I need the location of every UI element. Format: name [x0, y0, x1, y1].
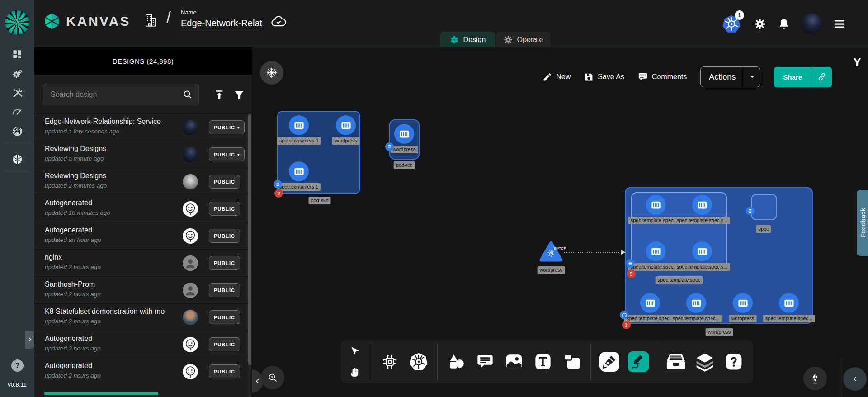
search-input[interactable] [51, 90, 182, 99]
copy-link-icon[interactable] [811, 67, 832, 87]
actions-caret[interactable] [744, 67, 760, 87]
tool-help[interactable] [723, 351, 744, 372]
settings-gear-icon[interactable] [753, 17, 767, 31]
node-container[interactable] [692, 241, 712, 261]
designs-scrollbar[interactable] [248, 113, 251, 397]
design-list-item[interactable]: Santhosh-Promupdated 2 hours agoPUBLIC [34, 276, 252, 303]
node-service-wordpress[interactable] [539, 241, 563, 264]
node-container[interactable] [336, 115, 356, 135]
tool-cursor[interactable] [347, 344, 363, 359]
node-container[interactable] [289, 115, 309, 135]
nav-item-lifecycle[interactable] [0, 65, 34, 83]
tool-pen-tool[interactable] [599, 351, 620, 372]
node-container[interactable] [289, 161, 309, 181]
import-design-icon[interactable] [213, 89, 225, 101]
design-list-item[interactable]: Reviewing Designsupdated 2 minutes agoPU… [34, 168, 252, 195]
help-button[interactable]: ? [11, 359, 24, 372]
layer5-logo[interactable] [5, 10, 29, 35]
share-label[interactable]: Share [774, 67, 811, 87]
tool-layers[interactable] [694, 351, 715, 372]
organization-icon[interactable] [143, 13, 158, 28]
design-name-value[interactable]: Edge-Network-Relatio [181, 18, 263, 32]
actions-label[interactable]: Actions [701, 67, 744, 87]
filter-icon[interactable] [233, 89, 245, 101]
design-list-item[interactable]: Autogeneratedupdated 2 hours agoPUBLIC [34, 358, 252, 385]
pod-badge[interactable] [385, 142, 394, 151]
save-as-button[interactable]: Save As [584, 72, 624, 82]
node-container[interactable] [686, 293, 706, 313]
feedback-tab[interactable]: Feedback [857, 190, 868, 256]
design-list-item[interactable]: Autogeneratedupdated 10 minutes agoPUBLI… [34, 195, 252, 222]
visibility-badge[interactable]: PUBLIC [209, 175, 240, 189]
actions-split-button[interactable]: Actions [700, 66, 760, 87]
tool-kubernetes[interactable] [408, 351, 429, 372]
pen-button[interactable] [803, 367, 827, 390]
service-badge[interactable] [620, 311, 628, 319]
node-container[interactable] [394, 124, 414, 144]
tool-image[interactable] [504, 351, 524, 372]
collapse-right-button[interactable] [843, 367, 867, 391]
visibility-badge[interactable]: PUBLIC [209, 283, 240, 297]
visibility-badge[interactable]: PUBLIC [209, 310, 240, 324]
visibility-badge[interactable]: PUBLIC [209, 337, 240, 351]
pod-badge[interactable] [274, 180, 282, 189]
visibility-badge[interactable]: PUBLIC [209, 364, 240, 378]
pod-badge[interactable] [746, 207, 755, 215]
brand-logo[interactable]: KANVAS [42, 12, 130, 31]
design-list-item[interactable]: K8 Statefulset demonstration with moupda… [34, 303, 252, 331]
share-split-button[interactable]: Share [774, 67, 832, 87]
network-edge[interactable] [564, 249, 627, 255]
y-icon[interactable]: Y [848, 56, 866, 70]
scrollbar-thumb[interactable] [248, 114, 251, 365]
node-spec[interactable] [751, 194, 777, 220]
nav-item-dashboard[interactable] [0, 45, 34, 63]
node-container[interactable] [692, 195, 712, 215]
group-spec.template.spec[interactable] [631, 192, 727, 271]
tab-design[interactable]: Design [440, 32, 495, 47]
tool-shapes[interactable] [446, 351, 467, 372]
expand-nav-button[interactable] [25, 331, 34, 349]
comments-button[interactable]: Comments [638, 72, 687, 82]
error-count-badge[interactable]: 5 [627, 269, 636, 278]
pod-badge[interactable] [626, 259, 635, 268]
node-container[interactable] [733, 293, 753, 313]
tool-frame[interactable] [561, 351, 582, 372]
visibility-badge[interactable]: PUBLIC [209, 229, 240, 243]
nav-item-kanvas[interactable] [0, 150, 34, 168]
notifications-bell-icon[interactable] [778, 18, 790, 30]
design-list-item[interactable]: Autogeneratedupdated an hour agoPUBLIC [34, 222, 252, 249]
tool-component[interactable] [379, 351, 400, 372]
design-name-field[interactable]: Name Edge-Network-Relatio [181, 9, 263, 32]
error-count-badge[interactable]: 2 [274, 189, 283, 198]
canvas-origin-button[interactable] [260, 61, 283, 85]
design-list-item[interactable]: Autogeneratedupdated 2 hours agoPUBLIC [34, 331, 252, 358]
menu-hamburger-icon[interactable] [833, 17, 846, 31]
design-list-item[interactable]: nginxupdated 2 hours agoPUBLIC [34, 249, 252, 276]
visibility-badge[interactable]: PUBLIC▾ [209, 120, 245, 134]
nav-item-extensions[interactable] [0, 122, 34, 140]
design-list-item[interactable]: Edge-Network-Relationship: Serviceupdate… [34, 113, 252, 141]
node-container[interactable] [779, 293, 799, 313]
node-container[interactable] [640, 293, 660, 313]
design-list-item[interactable]: Reviewing Designsupdated a minute agoPUB… [34, 141, 252, 168]
nav-item-performance[interactable] [0, 103, 34, 121]
node-container[interactable] [646, 195, 666, 215]
visibility-badge[interactable]: PUBLIC [209, 256, 240, 270]
tool-hand[interactable] [347, 364, 363, 380]
tab-operate[interactable]: Operate [496, 32, 550, 47]
zoom-button[interactable] [261, 366, 284, 389]
tool-text[interactable] [533, 351, 553, 372]
tool-comment[interactable] [475, 351, 495, 372]
visibility-badge[interactable]: PUBLIC [209, 202, 240, 216]
node-container[interactable] [646, 241, 666, 261]
design-canvas[interactable]: New Save As Co [252, 47, 868, 397]
error-count-badge[interactable]: 3 [622, 321, 631, 329]
tool-freehand[interactable] [628, 351, 649, 372]
search-box[interactable] [43, 84, 199, 105]
kubernetes-context-button[interactable]: 1 [722, 14, 742, 34]
nav-item-configuration[interactable] [0, 84, 34, 102]
visibility-badge[interactable]: PUBLIC▾ [209, 147, 245, 161]
user-avatar[interactable] [801, 14, 822, 34]
tool-drawer[interactable] [665, 351, 686, 372]
new-button[interactable]: New [542, 72, 571, 82]
